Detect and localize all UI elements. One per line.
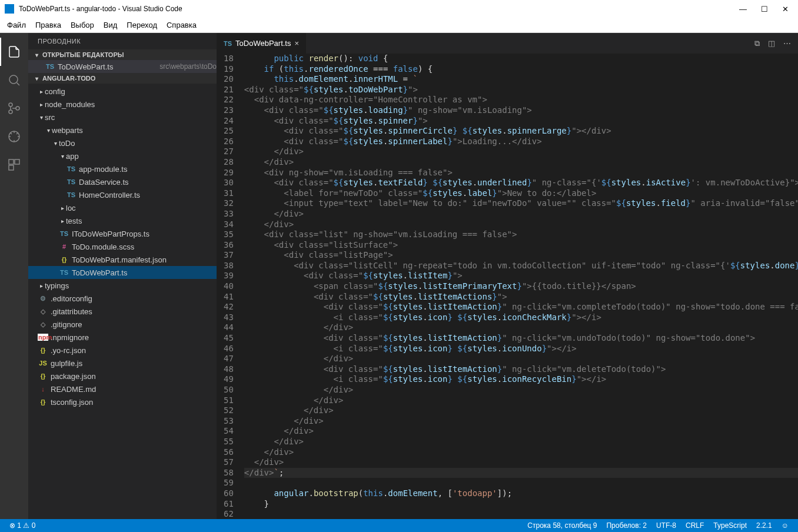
folder-app[interactable]: ▾app xyxy=(28,149,217,162)
menu-help[interactable]: Справка xyxy=(162,21,201,29)
tree-label: loc xyxy=(66,204,217,212)
open-editors-label: ОТКРЫТЫЕ РЕДАКТОРЫ xyxy=(42,51,124,58)
json-icon: {} xyxy=(59,256,69,263)
file-gulpfile[interactable]: JSgulpfile.js xyxy=(28,357,217,370)
code-area[interactable]: 1819202122232425262728293031323334353637… xyxy=(217,54,798,519)
sidebar: ПРОВОДНИК ▾ОТКРЫТЫЕ РЕДАКТОРЫ TS ToDoWeb… xyxy=(28,33,217,519)
file-yorc[interactable]: {}.yo-rc.json xyxy=(28,344,217,357)
menu-edit[interactable]: Правка xyxy=(31,21,66,29)
menu-go[interactable]: Переход xyxy=(122,21,162,29)
svg-point-1 xyxy=(9,103,12,107)
menu-selection[interactable]: Выбор xyxy=(66,21,99,29)
folder-node-modules[interactable]: ▸node_modules xyxy=(28,98,217,111)
svg-rect-6 xyxy=(15,159,19,164)
folder-tests[interactable]: ▸tests xyxy=(28,214,217,227)
tree-label: tsconfig.json xyxy=(51,398,217,407)
tree-label: toDo xyxy=(59,139,217,148)
status-eol[interactable]: CRLF xyxy=(681,521,709,530)
menu-view[interactable]: Вид xyxy=(99,21,122,29)
explorer-icon[interactable] xyxy=(0,38,28,66)
close-icon[interactable]: ✕ xyxy=(782,5,789,14)
git-icon: ◇ xyxy=(38,321,48,328)
file-homecontroller[interactable]: TSHomeController.ts xyxy=(28,188,217,201)
tree-label: tests xyxy=(66,217,217,225)
file-todomodule[interactable]: #ToDo.module.scss xyxy=(28,240,217,253)
status-ts-version[interactable]: 2.2.1 xyxy=(752,521,777,530)
file-manifest[interactable]: {}ToDoWebPart.manifest.json xyxy=(28,253,217,266)
window-controls: — ☐ ✕ xyxy=(739,5,793,14)
code-content[interactable]: public render(): void { if (this.rendere… xyxy=(244,54,798,519)
project-header[interactable]: ▾ANGULAR-TODO xyxy=(28,73,217,84)
search-icon[interactable] xyxy=(0,66,28,94)
status-encoding[interactable]: UTF-8 xyxy=(651,521,681,530)
file-gitattributes[interactable]: ◇.gitattributes xyxy=(28,305,217,318)
file-editorconfig[interactable]: ⚙.editorconfig xyxy=(28,292,217,305)
folder-webparts[interactable]: ▾webparts xyxy=(28,124,217,137)
source-control-icon[interactable] xyxy=(0,94,28,122)
status-spaces[interactable]: Пробелов: 2 xyxy=(601,521,651,530)
vscode-logo-icon xyxy=(5,4,14,14)
tree-label: .npmignore xyxy=(51,333,217,342)
sidebar-title: ПРОВОДНИК xyxy=(28,33,217,49)
status-errors[interactable]: ⊗ 1 ⚠ 0 xyxy=(5,521,40,530)
folder-todo[interactable]: ▾toDo xyxy=(28,137,217,149)
tree-label: .gitignore xyxy=(51,320,217,329)
ts-icon: TS xyxy=(45,63,55,70)
compare-icon[interactable]: ⧉ xyxy=(754,39,760,48)
file-app-module[interactable]: TSapp-module.ts xyxy=(28,162,217,175)
tree-label: README.md xyxy=(51,385,217,394)
status-line-col[interactable]: Строка 58, столбец 9 xyxy=(523,521,601,530)
folder-typings[interactable]: ▸typings xyxy=(28,279,217,292)
file-itodoprops[interactable]: TSIToDoWebPartProps.ts xyxy=(28,227,217,240)
tree-label: ToDoWebPart.manifest.json xyxy=(72,255,217,264)
minimize-icon[interactable]: — xyxy=(739,5,747,14)
tab-todowebpart[interactable]: TS ToDoWebPart.ts × xyxy=(217,33,307,54)
file-gitignore[interactable]: ◇.gitignore xyxy=(28,318,217,331)
tree-label: node_modules xyxy=(45,100,217,109)
scss-icon: # xyxy=(59,243,69,250)
debug-icon[interactable] xyxy=(0,122,28,151)
maximize-icon[interactable]: ☐ xyxy=(761,5,768,14)
menubar: Файл Правка Выбор Вид Переход Справка xyxy=(0,18,798,33)
status-feedback-icon[interactable]: ☺ xyxy=(777,521,793,530)
tree-label: .gitattributes xyxy=(51,307,217,316)
file-dataservice[interactable]: TSDataService.ts xyxy=(28,175,217,188)
statusbar: ⊗ 1 ⚠ 0 Строка 58, столбец 9 Пробелов: 2… xyxy=(0,519,798,532)
file-tsconfig[interactable]: {}tsconfig.json xyxy=(28,395,217,408)
warning-count: 0 xyxy=(32,521,36,530)
more-icon[interactable]: ⋯ xyxy=(783,39,791,48)
status-language[interactable]: TypeScript xyxy=(709,521,752,530)
file-package[interactable]: {}package.json xyxy=(28,370,217,383)
open-editor-file[interactable]: TS ToDoWebPart.ts src\webparts\toDo xyxy=(28,60,217,73)
js-icon: JS xyxy=(38,360,48,367)
svg-point-3 xyxy=(16,107,19,110)
ts-icon: TS xyxy=(66,191,77,198)
npm-icon: npm xyxy=(38,334,48,341)
tree-label: .editorconfig xyxy=(51,294,217,303)
extensions-icon[interactable] xyxy=(0,151,28,179)
svg-point-0 xyxy=(9,75,18,84)
open-editors-header[interactable]: ▾ОТКРЫТЫЕ РЕДАКТОРЫ xyxy=(28,49,217,60)
folder-config[interactable]: ▸config xyxy=(28,85,217,98)
svg-point-2 xyxy=(9,110,12,114)
tree-label: package.json xyxy=(51,372,217,381)
tree-label: config xyxy=(45,87,217,96)
folder-loc[interactable]: ▸loc xyxy=(28,201,217,214)
split-editor-icon[interactable]: ◫ xyxy=(768,39,775,48)
close-tab-icon[interactable]: × xyxy=(294,39,299,48)
json-icon: {} xyxy=(38,373,48,380)
folder-src[interactable]: ▾src xyxy=(28,111,217,124)
tree-label: src xyxy=(45,113,217,122)
project-name: ANGULAR-TODO xyxy=(42,75,95,82)
file-npmignore[interactable]: npm.npmignore xyxy=(28,331,217,344)
file-todowebpart[interactable]: TSToDoWebPart.ts xyxy=(28,266,217,279)
svg-rect-5 xyxy=(9,159,14,164)
json-icon: {} xyxy=(38,398,48,405)
tree-label: app xyxy=(66,152,217,161)
error-count: 1 xyxy=(17,521,21,530)
tree-label: DataService.ts xyxy=(79,178,217,187)
menu-file[interactable]: Файл xyxy=(2,21,31,29)
tree-label: app-module.ts xyxy=(79,165,217,174)
tab-label: ToDoWebPart.ts xyxy=(235,39,291,48)
file-readme[interactable]: ↓README.md xyxy=(28,383,217,395)
